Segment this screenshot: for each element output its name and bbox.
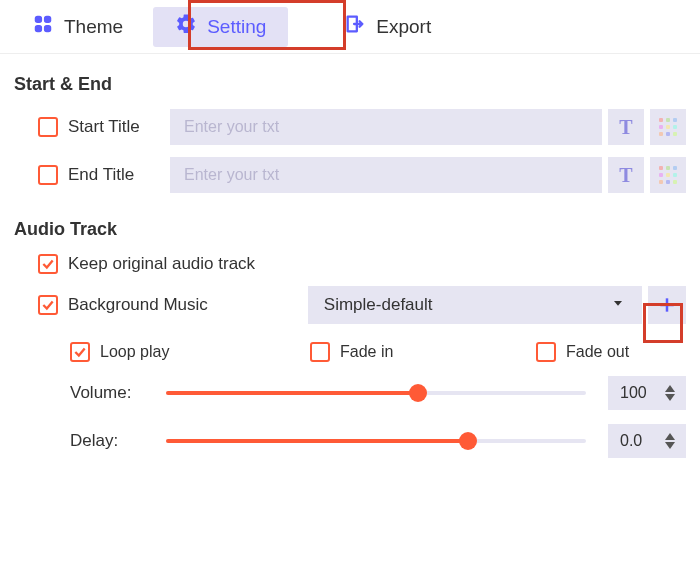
start-title-color-button[interactable] xyxy=(650,109,686,145)
end-title-text-style-button[interactable]: T xyxy=(608,157,644,193)
section-audio-track: Audio Track xyxy=(14,219,686,240)
tab-setting-label: Setting xyxy=(207,16,266,38)
loop-play-checkbox[interactable] xyxy=(70,342,90,362)
volume-spinner[interactable]: 100 xyxy=(608,376,686,410)
delay-row: Delay: 0.0 xyxy=(70,424,686,458)
fade-in-checkbox[interactable] xyxy=(310,342,330,362)
start-title-checkbox[interactable] xyxy=(38,117,58,137)
end-title-label: End Title xyxy=(68,165,166,185)
text-style-icon: T xyxy=(619,164,632,187)
start-title-text-style-button[interactable]: T xyxy=(608,109,644,145)
tab-export[interactable]: Export xyxy=(322,7,453,47)
playback-options-row: Loop play Fade in Fade out xyxy=(70,342,686,362)
start-title-label: Start Title xyxy=(68,117,166,137)
end-title-row: End Title T xyxy=(38,157,686,193)
section-start-end: Start & End xyxy=(14,74,686,95)
fade-out-checkbox[interactable] xyxy=(536,342,556,362)
fade-out-label: Fade out xyxy=(566,343,629,361)
volume-row: Volume: 100 xyxy=(70,376,686,410)
color-palette-icon xyxy=(658,117,678,137)
keep-original-row: Keep original audio track xyxy=(38,254,686,274)
export-icon xyxy=(344,13,366,40)
text-style-icon: T xyxy=(619,116,632,139)
tab-theme[interactable]: Theme xyxy=(10,7,145,47)
keep-original-checkbox[interactable] xyxy=(38,254,58,274)
plus-icon xyxy=(657,295,677,315)
theme-icon xyxy=(32,13,54,40)
spinner-down-icon[interactable] xyxy=(664,441,676,450)
volume-slider[interactable] xyxy=(166,381,586,405)
color-palette-icon xyxy=(658,165,678,185)
delay-spinner-value: 0.0 xyxy=(620,432,642,450)
end-title-checkbox[interactable] xyxy=(38,165,58,185)
delay-label: Delay: xyxy=(70,431,166,451)
svg-marker-10 xyxy=(665,442,675,449)
svg-rect-0 xyxy=(35,16,42,23)
spinner-up-icon[interactable] xyxy=(664,432,676,441)
svg-marker-9 xyxy=(665,433,675,440)
svg-rect-2 xyxy=(35,25,42,32)
bg-music-checkbox[interactable] xyxy=(38,295,58,315)
tab-export-label: Export xyxy=(376,16,431,38)
volume-label: Volume: xyxy=(70,383,166,403)
tab-setting[interactable]: Setting xyxy=(153,7,288,47)
svg-marker-4 xyxy=(614,301,622,306)
bg-music-dropdown[interactable]: Simple-default xyxy=(308,286,642,324)
delay-slider[interactable] xyxy=(166,429,586,453)
fade-in-label: Fade in xyxy=(340,343,393,361)
svg-marker-7 xyxy=(665,385,675,392)
chevron-down-icon xyxy=(610,295,626,316)
svg-rect-3 xyxy=(44,25,51,32)
delay-spinner[interactable]: 0.0 xyxy=(608,424,686,458)
bg-music-dropdown-value: Simple-default xyxy=(324,295,433,315)
end-title-input[interactable] xyxy=(170,157,602,193)
spinner-down-icon[interactable] xyxy=(664,393,676,402)
spinner-up-icon[interactable] xyxy=(664,384,676,393)
start-title-row: Start Title T xyxy=(38,109,686,145)
tab-theme-label: Theme xyxy=(64,16,123,38)
end-title-color-button[interactable] xyxy=(650,157,686,193)
bg-music-add-button[interactable] xyxy=(648,286,686,324)
tab-bar: Theme Setting Export xyxy=(0,0,700,54)
gear-icon xyxy=(175,13,197,40)
settings-panel: Start & End Start Title T End Title T xyxy=(0,54,700,496)
volume-spinner-value: 100 xyxy=(620,384,647,402)
svg-marker-8 xyxy=(665,394,675,401)
svg-rect-1 xyxy=(44,16,51,23)
loop-play-label: Loop play xyxy=(100,343,169,361)
keep-original-label: Keep original audio track xyxy=(68,254,255,274)
bg-music-label: Background Music xyxy=(68,295,208,315)
bg-music-row: Background Music Simple-default xyxy=(38,286,686,324)
start-title-input[interactable] xyxy=(170,109,602,145)
